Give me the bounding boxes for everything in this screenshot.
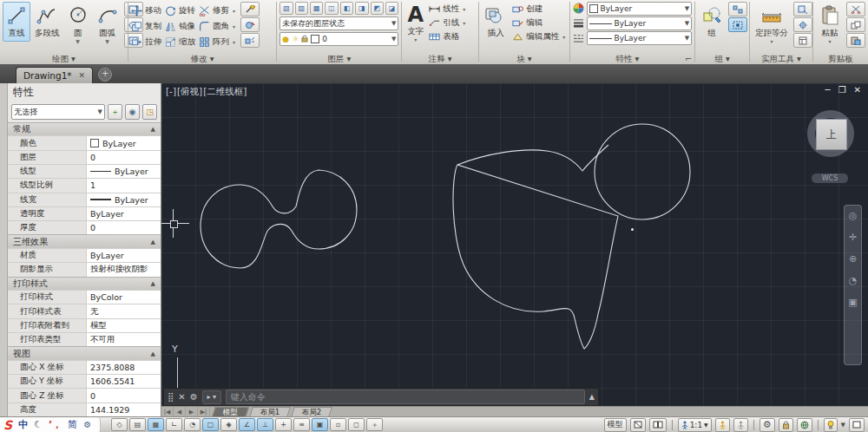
command-customize-icon[interactable]: ⚙ [190,392,198,402]
close-icon[interactable]: ✕ [854,85,861,95]
prop-row-lineweight[interactable]: 线宽ByLayer [8,193,161,206]
visual-style-control[interactable]: [二维线框] [203,86,247,98]
new-tab-button[interactable]: + [98,68,112,82]
transparency-display-toggle[interactable]: ▣ [312,418,328,431]
infer-constraints-toggle[interactable]: ◇ [111,418,128,431]
properties-panel-label[interactable]: 特性 ▾ ⌐ [570,53,695,64]
sogou-logo-icon[interactable]: S [3,418,12,432]
layer-dropdown[interactable]: ● ☼ 0▼ [279,32,398,46]
trim-button[interactable]: 修剪▾ [199,3,235,18]
prop-row-plot-table[interactable]: 打印样式表无 [8,304,161,317]
circle-button[interactable]: 圆 ▼ [64,2,92,46]
status-menu-caret[interactable]: ▼ [841,422,845,429]
viewcube-east[interactable]: 东 [856,129,864,141]
layer-unisolate-button[interactable]: ◫ [325,2,338,15]
layers-panel-label[interactable]: 图层 ▾ [277,53,401,64]
layout1-tab[interactable]: 布局1 [249,407,291,416]
section-3d-effects[interactable]: 三维效果▲ [8,234,161,248]
viewcube-top-face[interactable]: 上 [816,119,847,150]
full-navigation-wheel-icon[interactable]: ◎ [849,211,858,220]
layer-freeze-button[interactable]: ◧ [340,2,353,15]
fillet-button[interactable]: 圆角▾ [199,19,235,34]
prop-row-thickness[interactable]: 厚度0 [8,220,161,234]
draw-panel-label[interactable]: 绘图 ▾ [0,53,128,64]
toolbar-lock-icon[interactable] [779,418,793,432]
quick-properties-toggle[interactable]: ▫ [330,418,346,431]
quick-select-button[interactable]: ◳ [142,104,157,120]
layout2-tab[interactable]: 布局2 [291,407,332,416]
layer-properties-button[interactable]: ▧ [279,2,293,15]
annotation-monitor-toggle[interactable]: ＋ [366,418,383,431]
ime-punctuation-icon[interactable]: ’， [49,418,62,431]
wcs-badge[interactable]: WCS [812,173,848,183]
linetype-dropdown[interactable]: ByLayer▼ [587,31,693,45]
prop-row-center-z[interactable]: 圆心 Z 坐标0 [8,388,161,402]
next-tab-button[interactable]: ▶ [186,407,198,416]
viewcube-west[interactable]: 西 [799,129,806,141]
layer-match-button[interactable]: ◩ [371,2,384,15]
circle-dropdown-arrow[interactable]: ▼ [76,39,80,43]
create-block-button[interactable]: 创建 [512,3,565,15]
prop-row-transparency[interactable]: 透明度ByLayer [8,206,161,220]
paste-button[interactable]: 粘贴 ▾ [816,2,844,46]
modify-panel-label[interactable]: 修改 ▾ [128,53,276,64]
text-button[interactable]: A 文字 ▾ [404,2,426,44]
hardware-acceleration-icon[interactable] [797,418,812,432]
viewcube-south[interactable]: 南 [827,156,835,167]
close-tab-icon[interactable]: ✕ [79,71,86,80]
properties-launcher-icon[interactable]: ⌐ [685,53,692,64]
viewcube-north[interactable]: 北 [827,101,835,113]
viewcube[interactable]: 北 南 西 东 上 [800,102,861,168]
selection-cycling-toggle[interactable]: ◻ [348,418,365,431]
move-button[interactable]: 移动 [131,3,161,18]
cut-icon[interactable] [846,2,865,16]
command-line-palette[interactable]: ⣿ ✕ ⚙ ▸ ▾ ▲ [163,388,599,406]
prop-row-height[interactable]: 高度144.1929 [8,403,161,416]
quick-calculator-button[interactable] [793,33,812,48]
command-grip-icon[interactable]: ⣿ [168,392,174,402]
stretch-button[interactable]: 拉伸 [131,35,161,49]
layer-isolate-button[interactable]: ▩ [310,2,323,15]
mirror-button[interactable]: 镜像 [165,19,195,34]
autoscale-button[interactable] [733,418,748,432]
prop-row-linetype-scale[interactable]: 线型比例1 [8,178,161,192]
model-space-button[interactable]: 模型 [604,418,627,432]
last-tab-button[interactable]: ▶| [198,407,210,416]
quick-view-drawings-button[interactable] [649,418,667,432]
rotate-button[interactable]: 旋转 [165,3,195,18]
layer-lock-button[interactable]: ◨ [355,2,368,15]
layer-off-button[interactable]: ▨ [295,2,308,15]
command-input[interactable] [226,389,585,404]
quick-view-layouts-button[interactable] [630,418,646,432]
polyline-button[interactable]: 多段线 [32,2,62,42]
prop-row-color[interactable]: 颜色ByLayer [8,135,161,149]
insert-button[interactable]: 插入 [482,2,510,42]
pan-icon[interactable]: ✛ [849,232,857,242]
copy-clip-icon[interactable] [846,17,865,32]
edit-block-button[interactable]: 编辑 [512,17,565,29]
prop-row-shadow[interactable]: 阴影显示投射和接收阴影 [8,262,161,276]
prop-row-plot-style[interactable]: 打印样式ByColor [8,290,161,304]
object-snap-toggle[interactable]: ▢ [202,418,219,431]
linear-dimension-button[interactable]: 线性▾ [429,3,465,15]
3d-object-snap-toggle[interactable]: ◈ [220,418,237,431]
recent-commands-button[interactable]: ▸ ▾ [202,390,221,404]
zoom-icon[interactable]: ⊕ [849,254,857,264]
explode-button[interactable] [240,33,260,48]
prop-row-plot-attach[interactable]: 打印表附着到模型 [8,318,161,332]
clipboard-panel-label[interactable]: 剪贴板 [813,53,868,64]
ime-language-toggle[interactable]: 中 [18,418,28,431]
viewport-menu-control[interactable]: [-] [166,86,176,98]
group-panel-label[interactable]: 组 ▾ [695,53,749,64]
dynamic-ucs-toggle[interactable]: ⊥ [257,418,273,431]
orbit-icon[interactable]: ◔ [849,276,858,285]
ime-fullhalf-icon[interactable]: ☾ [34,419,43,430]
prev-tab-button[interactable]: ◀ [174,407,186,416]
snap-mode-toggle[interactable]: ▤ [129,418,146,431]
isolate-objects-bulb-icon[interactable] [824,418,838,432]
workspace-gear-icon[interactable]: ⚙ [760,418,775,432]
annotation-panel-label[interactable]: 注释 ▾ [402,53,478,64]
document-tab[interactable]: Drawing1* ✕ [16,67,93,83]
measure-button[interactable]: 定距等分 ▾ [753,2,791,46]
paste-special-icon[interactable] [846,33,865,48]
